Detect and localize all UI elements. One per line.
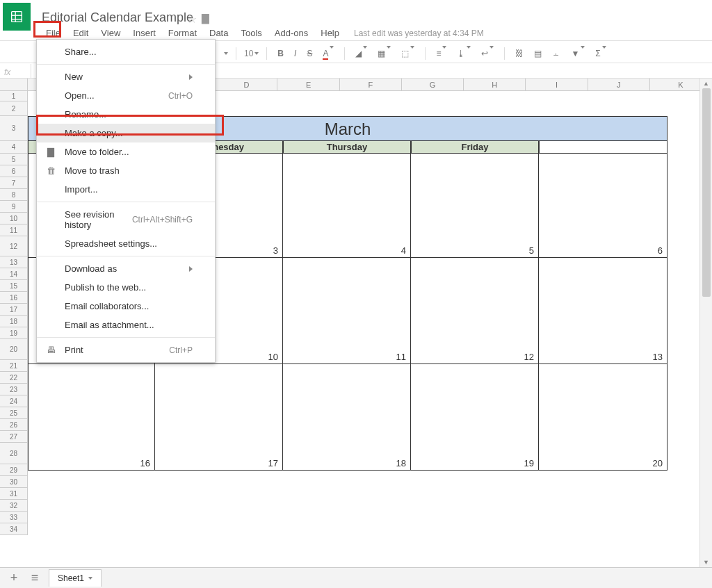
row-header[interactable]: 3 — [0, 116, 28, 141]
menu-email-collaborators[interactable]: Email collaborators... — [37, 297, 215, 316]
menu-share[interactable]: Share... — [37, 42, 215, 61]
merge-button[interactable]: ⬚ — [398, 47, 417, 60]
fill-color-button[interactable]: ◢ — [353, 47, 370, 60]
calendar-cell[interactable]: 17 — [155, 364, 283, 471]
calendar-cell[interactable]: 13 — [539, 258, 668, 364]
calendar-cell[interactable]: 12 — [411, 258, 539, 364]
menu-move-to-trash[interactable]: 🗑Move to trash — [37, 161, 215, 180]
menu-revision-history[interactable]: See revision historyCtrl+Alt+Shift+G — [37, 205, 215, 234]
calendar-cell[interactable]: 16 — [28, 364, 155, 471]
date-number: 12 — [524, 352, 534, 362]
folder-icon[interactable]: ▇ — [202, 13, 209, 24]
menu-print[interactable]: 🖶PrintCtrl+P — [37, 341, 215, 359]
calendar-cell[interactable]: 18 — [283, 364, 411, 471]
calendar-cell[interactable]: 5 — [411, 154, 539, 258]
row-header[interactable]: 13 — [0, 256, 28, 268]
link-button[interactable]: ⛓ — [512, 47, 526, 60]
scroll-down-arrow[interactable]: ▼ — [703, 559, 709, 566]
column-header[interactable]: J — [588, 79, 650, 90]
borders-button[interactable]: ▦ — [375, 47, 394, 60]
row-header[interactable]: 21 — [0, 360, 28, 372]
row-header[interactable]: 2 — [0, 101, 28, 116]
column-header[interactable]: H — [464, 79, 526, 90]
sheets-logo[interactable] — [3, 3, 31, 31]
wrap-button[interactable]: ↩ — [478, 47, 496, 60]
star-icon[interactable]: ☆ — [187, 13, 197, 26]
row-header[interactable]: 14 — [0, 268, 28, 280]
halign-button[interactable]: ≡ — [433, 47, 449, 60]
calendar-cell[interactable]: 6 — [539, 154, 668, 258]
select-all-corner[interactable] — [0, 79, 28, 90]
row-header[interactable]: 24 — [0, 395, 28, 407]
menu-new[interactable]: New — [37, 67, 215, 86]
menu-spreadsheet-settings[interactable]: Spreadsheet settings... — [37, 234, 215, 253]
row-header[interactable]: 27 — [0, 431, 28, 443]
document-title[interactable]: Editorial Calendar Example — [42, 10, 193, 25]
calendar-cell[interactable]: 20 — [539, 364, 668, 471]
menu-item-label: Email collaborators... — [65, 301, 149, 311]
row-header[interactable]: 34 — [0, 523, 28, 535]
row-header[interactable]: 29 — [0, 464, 28, 476]
row-header[interactable]: 11 — [0, 224, 28, 236]
sheet-tab[interactable]: Sheet1 — [49, 569, 102, 587]
date-number: 19 — [524, 458, 534, 468]
calendar-cell[interactable]: 11 — [283, 258, 411, 364]
all-sheets-button[interactable]: ≡ — [28, 571, 42, 585]
row-header[interactable]: 10 — [0, 213, 28, 224]
menu-open[interactable]: Open...Ctrl+O — [37, 86, 215, 105]
filter-button[interactable]: ▼ — [568, 47, 588, 60]
add-sheet-button[interactable]: + — [7, 571, 21, 585]
column-header[interactable]: F — [340, 79, 402, 90]
bold-button[interactable]: B — [275, 47, 286, 60]
row-header[interactable]: 22 — [0, 372, 28, 384]
strikethrough-button[interactable]: S — [304, 47, 315, 60]
row-header[interactable]: 7 — [0, 177, 28, 189]
row-header[interactable]: 30 — [0, 476, 28, 488]
row-header[interactable]: 25 — [0, 407, 28, 419]
row-header[interactable]: 32 — [0, 500, 28, 512]
row-header[interactable]: 20 — [0, 339, 28, 360]
row-header[interactable]: 33 — [0, 512, 28, 523]
row-header[interactable]: 9 — [0, 201, 28, 213]
functions-button[interactable]: Σ — [592, 47, 608, 60]
row-header[interactable]: 28 — [0, 443, 28, 464]
scroll-up-arrow[interactable]: ▲ — [703, 80, 709, 87]
menu-move-to-folder[interactable]: ▇Move to folder... — [37, 142, 215, 161]
row-header[interactable]: 5 — [0, 154, 28, 165]
font-size-select[interactable]: 10 — [244, 49, 259, 58]
text-color-button[interactable]: A — [320, 47, 337, 60]
menu-download-as[interactable]: Download as — [37, 259, 215, 278]
scrollbar-thumb[interactable] — [702, 88, 711, 297]
row-header[interactable]: 16 — [0, 292, 28, 304]
row-header[interactable]: 18 — [0, 316, 28, 327]
comment-button[interactable]: ▤ — [531, 47, 544, 60]
row-header[interactable]: 12 — [0, 236, 28, 256]
calendar-cell[interactable]: 19 — [411, 364, 539, 471]
menu-publish[interactable]: Publish to the web... — [37, 278, 215, 297]
vertical-scrollbar[interactable]: ▲ ▼ — [699, 79, 712, 567]
column-header[interactable]: E — [277, 79, 339, 90]
row-header[interactable]: 8 — [0, 189, 28, 201]
italic-button[interactable]: I — [291, 47, 299, 60]
row-header[interactable]: 31 — [0, 488, 28, 500]
calendar-cell[interactable]: 4 — [283, 154, 411, 258]
menu-help[interactable]: Help — [314, 25, 346, 41]
row-header[interactable]: 15 — [0, 280, 28, 292]
column-header[interactable]: I — [526, 79, 588, 90]
menu-email-attachment[interactable]: Email as attachment... — [37, 316, 215, 334]
column-header[interactable]: D — [216, 79, 277, 90]
row-header[interactable]: 23 — [0, 384, 28, 395]
valign-button[interactable]: ⭳ — [454, 47, 474, 60]
calendar-week: 16 17 18 19 20 — [28, 364, 668, 471]
row-header[interactable]: 4 — [0, 141, 28, 154]
chart-button[interactable]: ⫠ — [549, 47, 563, 60]
row-header[interactable]: 17 — [0, 304, 28, 316]
menu-tools[interactable]: Tools — [234, 25, 268, 41]
row-header[interactable]: 6 — [0, 165, 28, 177]
row-header[interactable]: 19 — [0, 327, 28, 339]
row-header[interactable]: 1 — [0, 91, 28, 101]
row-header[interactable]: 26 — [0, 419, 28, 431]
menu-addons[interactable]: Add-ons — [268, 25, 314, 41]
column-header[interactable]: G — [402, 79, 464, 90]
menu-import[interactable]: Import... — [37, 180, 215, 199]
